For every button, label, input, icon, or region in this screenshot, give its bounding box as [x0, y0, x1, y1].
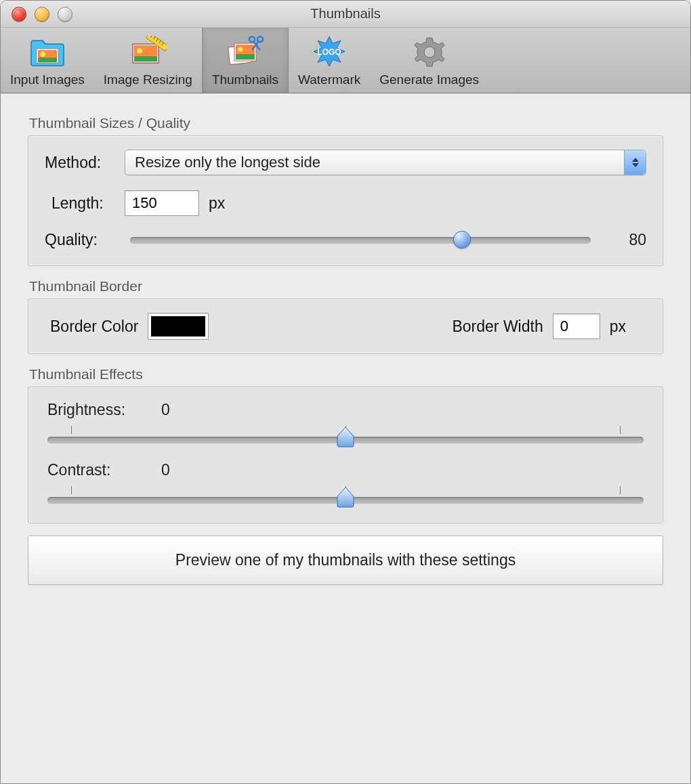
- logo-burst-icon: LOGO: [309, 35, 350, 68]
- section-effects: Thumbnail Effects Brightness: 0: [28, 366, 663, 523]
- svg-rect-18: [236, 54, 255, 60]
- brightness-label: Brightness:: [47, 401, 149, 419]
- gear-icon: [409, 35, 450, 68]
- border-color-swatch: [151, 316, 205, 336]
- contrast-slider-thumb[interactable]: [337, 487, 354, 508]
- svg-point-17: [238, 47, 243, 52]
- tab-image-resizing[interactable]: Image Resizing: [94, 28, 202, 93]
- contrast-slider[interactable]: [47, 486, 644, 504]
- length-unit: px: [209, 194, 225, 213]
- svg-rect-7: [134, 56, 157, 62]
- quality-slider-thumb[interactable]: [453, 231, 471, 248]
- preview-button[interactable]: Preview one of my thumbnails with these …: [28, 536, 663, 585]
- brightness-slider[interactable]: [47, 426, 644, 443]
- border-width-input[interactable]: [553, 313, 600, 339]
- quality-slider[interactable]: [130, 237, 591, 244]
- tab-generate-images[interactable]: Generate Images: [370, 28, 488, 93]
- section-border: Thumbnail Border Border Color Border Wid…: [28, 278, 663, 354]
- border-width-label: Border Width: [452, 318, 543, 336]
- border-color-label: Border Color: [50, 318, 138, 336]
- border-color-picker[interactable]: [148, 313, 209, 340]
- section-title: Thumbnail Sizes / Quality: [29, 115, 663, 131]
- method-value: Resize only the longest side: [135, 154, 320, 171]
- svg-text:LOGO: LOGO: [317, 47, 341, 57]
- svg-rect-3: [38, 58, 57, 62]
- method-label: Method:: [45, 154, 115, 172]
- dropdown-arrows-icon: [624, 150, 646, 175]
- border-width-unit: px: [610, 318, 626, 336]
- tab-label: Input Images: [10, 72, 85, 87]
- resize-ruler-icon: [127, 35, 168, 68]
- sizes-panel: Method: Resize only the longest side Len…: [28, 135, 663, 266]
- preview-button-label: Preview one of my thumbnails with these …: [175, 551, 516, 569]
- titlebar: Thumbnails: [1, 1, 690, 28]
- length-label: Length:: [45, 194, 115, 213]
- toolbar: Input Images: [1, 28, 690, 93]
- border-panel: Border Color Border Width px: [28, 299, 663, 354]
- section-title: Thumbnail Border: [29, 278, 663, 295]
- contrast-value: 0: [161, 461, 170, 479]
- tab-label: Thumbnails: [212, 72, 278, 87]
- svg-point-2: [40, 51, 45, 57]
- folder-image-icon: [27, 35, 68, 68]
- brightness-value: 0: [161, 401, 170, 419]
- svg-point-6: [137, 48, 142, 53]
- contrast-label: Contrast:: [47, 461, 149, 479]
- thumbnails-scissors-icon: [225, 35, 266, 68]
- quality-label: Quality:: [45, 231, 115, 249]
- effects-panel: Brightness: 0: [28, 387, 663, 523]
- content: Thumbnail Sizes / Quality Method: Resize…: [1, 93, 690, 783]
- window: Thumbnails Input Images: [0, 0, 691, 784]
- section-sizes: Thumbnail Sizes / Quality Method: Resize…: [28, 115, 663, 266]
- tab-label: Generate Images: [379, 72, 479, 87]
- quality-value: 80: [606, 231, 646, 249]
- tab-label: Image Resizing: [104, 72, 192, 87]
- tab-watermark[interactable]: LOGO Watermark: [289, 28, 370, 93]
- tab-thumbnails[interactable]: Thumbnails: [202, 28, 289, 93]
- window-title: Thumbnails: [1, 6, 690, 22]
- tab-label: Watermark: [298, 72, 360, 87]
- brightness-slider-thumb[interactable]: [337, 427, 354, 448]
- section-title: Thumbnail Effects: [29, 366, 663, 383]
- tab-input-images[interactable]: Input Images: [1, 28, 94, 93]
- length-input[interactable]: [125, 190, 199, 216]
- method-dropdown[interactable]: Resize only the longest side: [125, 150, 646, 175]
- svg-point-25: [424, 47, 435, 58]
